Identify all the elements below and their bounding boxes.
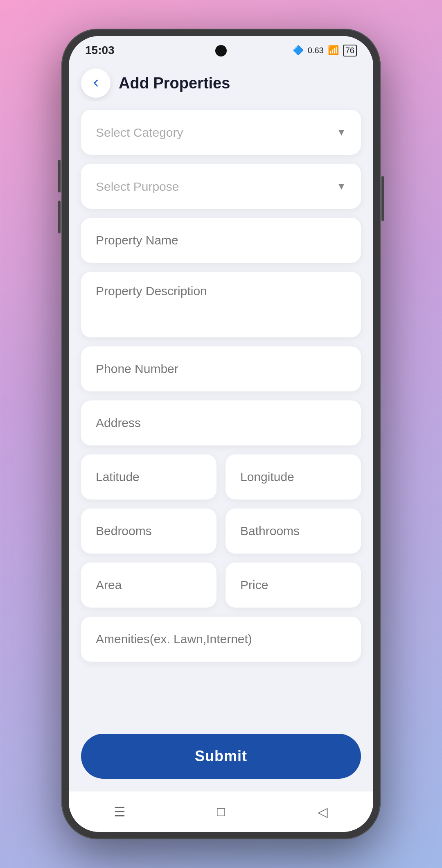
lat-lng-row [81, 454, 361, 500]
area-input[interactable] [81, 563, 216, 608]
phone-number-input[interactable] [81, 346, 361, 391]
app-header: Add Properties [69, 65, 373, 102]
form-fields: Select Category Residential Commercial I… [81, 110, 361, 662]
status-time: 15:03 [85, 44, 115, 57]
back-button[interactable] [81, 68, 110, 98]
phone-screen: 15:03 🔷 0.63 📶 76 Add Properties [69, 36, 373, 832]
bathrooms-input[interactable] [226, 509, 361, 554]
menu-icon[interactable]: ☰ [107, 800, 132, 824]
volume-up-button[interactable] [58, 160, 61, 192]
select-purpose-wrapper: Select Purpose For Sale For Rent For Lea… [81, 164, 361, 209]
area-price-row [81, 563, 361, 608]
back-nav-icon[interactable]: ◁ [310, 800, 335, 824]
power-button[interactable] [381, 176, 384, 221]
bedrooms-input[interactable] [81, 509, 216, 554]
select-purpose[interactable]: Select Purpose For Sale For Rent For Lea… [81, 164, 361, 209]
status-bar: 15:03 🔷 0.63 📶 76 [69, 36, 373, 65]
property-name-input[interactable] [81, 218, 361, 263]
latitude-input[interactable] [81, 454, 216, 500]
camera-notch [215, 45, 227, 57]
volume-down-button[interactable] [58, 201, 61, 233]
property-description-input[interactable] [81, 272, 361, 337]
phone-frame: 15:03 🔷 0.63 📶 76 Add Properties [61, 29, 381, 839]
signal-icon: 📶 [328, 45, 339, 56]
home-icon[interactable]: □ [209, 800, 233, 824]
amenities-partial-field [81, 617, 361, 662]
page-title: Add Properties [119, 75, 230, 92]
bed-bath-row [81, 509, 361, 554]
battery-icon: 76 [343, 45, 357, 57]
submit-area: Submit [69, 726, 373, 791]
submit-button[interactable]: Submit [81, 734, 361, 779]
bottom-nav: ☰ □ ◁ [69, 791, 373, 832]
longitude-input[interactable] [226, 454, 361, 500]
wifi-icon: 0.63 [308, 46, 324, 55]
address-input[interactable] [81, 400, 361, 445]
form-content: Select Category Residential Commercial I… [69, 102, 373, 726]
amenities-input[interactable] [96, 632, 346, 646]
price-input[interactable] [226, 563, 361, 608]
bluetooth-icon: 🔷 [293, 45, 304, 56]
select-category[interactable]: Select Category Residential Commercial I… [81, 110, 361, 155]
status-icons: 🔷 0.63 📶 76 [293, 45, 357, 57]
select-category-wrapper: Select Category Residential Commercial I… [81, 110, 361, 155]
